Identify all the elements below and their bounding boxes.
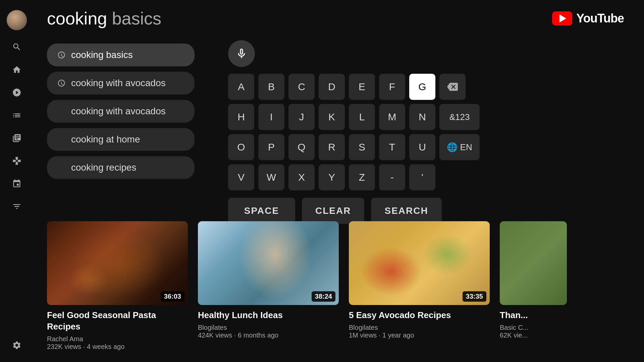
video-channel-3: Blogilates: [349, 324, 378, 331]
key-N[interactable]: N: [409, 104, 435, 130]
search-light-part: basics: [112, 9, 161, 28]
key-T[interactable]: T: [379, 134, 405, 160]
youtube-icon: [552, 11, 572, 25]
youtube-play-triangle: [559, 14, 566, 22]
video-meta-3: Blogilates 1M views · 1 year ago: [349, 324, 490, 339]
search-bold-part: cooking: [47, 9, 112, 28]
video-info-2: Healthy Lunch Ideas Blogilates 424K view…: [198, 305, 339, 339]
keyboard-action-row: SPACE CLEAR SEARCH: [228, 198, 624, 224]
key-A[interactable]: A: [228, 74, 254, 100]
video-thumb-1: 36:03: [47, 221, 188, 305]
key-G[interactable]: G: [409, 74, 435, 100]
key-language[interactable]: 🌐 EN: [439, 134, 480, 160]
video-thumb-3: 33:35: [349, 221, 490, 305]
key-backspace[interactable]: [439, 74, 466, 100]
keyboard-row-1: A B C D E F G: [228, 74, 624, 100]
video-title-4: Than...: [500, 310, 567, 321]
video-card-4[interactable]: Than... Basic C... 62K vie...: [500, 221, 567, 352]
key-clear[interactable]: CLEAR: [302, 198, 364, 224]
sidebar-item-games[interactable]: [7, 151, 27, 171]
key-W[interactable]: W: [258, 164, 284, 190]
key-B[interactable]: B: [258, 74, 284, 100]
video-time-1: 4 weeks ago: [87, 343, 124, 350]
sidebar-item-library[interactable]: [7, 128, 27, 148]
video-meta-2: Blogilates 424K views · 6 months ago: [198, 324, 339, 339]
keyboard-row-4: V W X Y Z - ': [228, 164, 624, 190]
key-O[interactable]: O: [228, 134, 254, 160]
videos-section: 36:03 Feel Good Seasonal Pasta Recipes R…: [34, 221, 644, 362]
video-time-3: 1 year ago: [382, 331, 414, 339]
key-E[interactable]: E: [349, 74, 375, 100]
key-search[interactable]: SEARCH: [371, 198, 441, 224]
video-views-3: 1M views: [349, 331, 377, 339]
key-R[interactable]: R: [319, 134, 345, 160]
sidebar-item-home[interactable]: [7, 60, 27, 80]
video-card-2[interactable]: 38:24 Healthy Lunch Ideas Blogilates 424…: [198, 221, 339, 352]
key-V[interactable]: V: [228, 164, 254, 190]
mic-button[interactable]: [228, 40, 255, 67]
sidebar-item-settings[interactable]: [7, 335, 27, 355]
sidebar-item-search[interactable]: [7, 37, 27, 57]
key-apostrophe[interactable]: ': [409, 164, 435, 190]
header: cooking basics YouTube: [34, 0, 644, 37]
sidebar-item-downloads[interactable]: [7, 174, 27, 194]
video-info-1: Feel Good Seasonal Pasta Recipes Rachel …: [47, 305, 188, 351]
key-numeric[interactable]: &123: [439, 104, 480, 130]
video-duration-2: 38:24: [312, 291, 335, 302]
video-title-2: Healthy Lunch Ideas: [198, 310, 339, 321]
youtube-label: YouTube: [576, 11, 624, 25]
sidebar-item-queue[interactable]: [7, 105, 27, 125]
key-P[interactable]: P: [258, 134, 284, 160]
key-X[interactable]: X: [288, 164, 315, 190]
video-meta-4: Basic C... 62K vie...: [500, 324, 567, 339]
keyboard: A B C D E F G H I J K L M N &123: [228, 74, 624, 224]
video-views-1: 232K views: [47, 343, 81, 350]
key-K[interactable]: K: [319, 104, 345, 130]
key-H[interactable]: H: [228, 104, 254, 130]
video-card-1[interactable]: 36:03 Feel Good Seasonal Pasta Recipes R…: [47, 221, 188, 352]
key-Y[interactable]: Y: [319, 164, 345, 190]
video-info-4: Than... Basic C... 62K vie...: [500, 305, 567, 339]
key-Z[interactable]: Z: [349, 164, 375, 190]
sidebar-item-play[interactable]: [7, 82, 27, 103]
video-thumb-4: [500, 221, 567, 305]
video-title-1: Feel Good Seasonal Pasta Recipes: [47, 310, 188, 333]
key-space[interactable]: SPACE: [228, 198, 295, 224]
avatar[interactable]: [7, 10, 27, 30]
key-F[interactable]: F: [379, 74, 405, 100]
video-duration-1: 36:03: [161, 291, 184, 302]
suggestion-3[interactable]: cooking with avocados: [47, 100, 195, 123]
video-channel-2: Blogilates: [198, 324, 227, 331]
youtube-logo: YouTube: [552, 11, 624, 25]
key-J[interactable]: J: [288, 104, 315, 130]
video-card-3[interactable]: 33:35 5 Easy Avocado Recipes Blogilates …: [349, 221, 490, 352]
video-info-3: 5 Easy Avocado Recipes Blogilates 1M vie…: [349, 305, 490, 339]
key-dash[interactable]: -: [379, 164, 405, 190]
key-S[interactable]: S: [349, 134, 375, 160]
suggestion-1[interactable]: cooking basics: [47, 44, 195, 66]
keyboard-row-3: O P Q R S T U 🌐 EN: [228, 134, 624, 160]
video-meta-1: Rachel Ama 232K views · 4 weeks ago: [47, 335, 188, 351]
key-C[interactable]: C: [288, 74, 315, 100]
video-thumb-2: 38:24: [198, 221, 339, 305]
video-views-4: 62K vie...: [500, 331, 528, 339]
keyboard-row-2: H I J K L M N &123: [228, 104, 624, 130]
mic-row: [228, 40, 624, 67]
key-U[interactable]: U: [409, 134, 435, 160]
suggestion-5[interactable]: cooking recipes: [47, 156, 195, 179]
key-D[interactable]: D: [319, 74, 345, 100]
key-M[interactable]: M: [379, 104, 405, 130]
key-Q[interactable]: Q: [288, 134, 315, 160]
sidebar-item-subscriptions[interactable]: [7, 196, 27, 217]
suggestion-4[interactable]: cooking at home: [47, 128, 195, 151]
sidebar: [0, 0, 34, 362]
key-I[interactable]: I: [258, 104, 284, 130]
video-duration-3: 33:35: [463, 291, 486, 302]
video-time-2: 6 months ago: [238, 331, 278, 339]
suggestion-2[interactable]: cooking with avocados: [47, 72, 195, 95]
video-channel-4: Basic C...: [500, 324, 529, 331]
video-channel-1: Rachel Ama: [47, 335, 83, 343]
key-L[interactable]: L: [349, 104, 375, 130]
search-query: cooking basics: [47, 8, 161, 28]
video-views-2: 424K views: [198, 331, 232, 339]
